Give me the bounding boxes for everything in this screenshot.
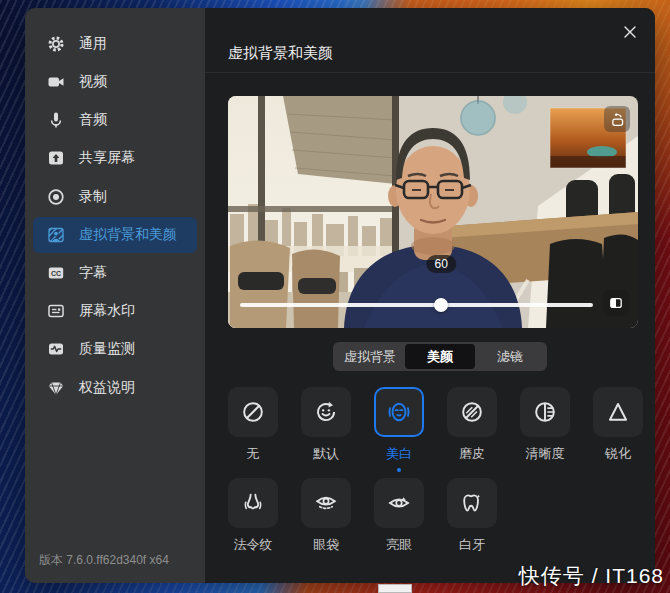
beauty-option-smooth-skin[interactable]: 磨皮: [447, 387, 497, 472]
sidebar-item-label: 音频: [79, 111, 107, 129]
background-window-peek: [378, 584, 412, 593]
smooth-skin-icon: [459, 399, 485, 425]
default-reset-icon: [313, 399, 339, 425]
sidebar-item-label: 虚拟背景和美颜: [79, 226, 177, 244]
beauty-options-row-1: 无 默认: [228, 387, 643, 472]
white-teeth-icon: [459, 490, 485, 516]
beauty-option-eye-bags[interactable]: 眼袋: [301, 478, 351, 554]
svg-text:CC: CC: [51, 270, 61, 277]
beauty-option-clarity[interactable]: 清晰度: [520, 387, 570, 472]
sidebar-item-label: 共享屏幕: [79, 149, 135, 167]
beauty-option-nasolabial-folds[interactable]: 法令纹: [228, 478, 278, 554]
bright-eyes-icon: [386, 490, 412, 516]
slider-handle[interactable]: [434, 298, 448, 312]
compare-before-after-button[interactable]: [603, 290, 629, 316]
eye-bags-icon: [313, 490, 339, 516]
close-icon: [622, 24, 638, 40]
whitening-mask-icon: [386, 399, 412, 425]
sidebar-item-video[interactable]: 视频: [33, 64, 197, 100]
selected-indicator-dot: [397, 468, 401, 472]
nasolabial-folds-icon: [240, 490, 266, 516]
sidebar-item-label: 录制: [79, 188, 107, 206]
slider-value-badge: 60: [427, 255, 456, 273]
beauty-intensity-slider[interactable]: 60: [240, 303, 593, 307]
mirror-preview-button[interactable]: [604, 106, 630, 132]
captions-icon: CC: [46, 263, 66, 283]
sidebar-item-label: 通用: [79, 35, 107, 53]
virtual-background-icon: [46, 225, 66, 245]
flip-preview-icon: [609, 111, 626, 128]
sidebar-item-screen-watermark[interactable]: 屏幕水印: [33, 293, 197, 329]
watermark-icon: [46, 301, 66, 321]
sidebar-item-benefits[interactable]: 权益说明: [33, 370, 197, 406]
webcam-video-frame: [228, 96, 638, 328]
virtual-background-panel: 虚拟背景和美颜: [205, 8, 655, 583]
video-camera-icon: [46, 72, 66, 92]
close-button[interactable]: [619, 21, 641, 43]
watermark-text: 快传号 / IT168: [519, 562, 664, 590]
share-screen-icon: [46, 148, 66, 168]
sidebar-item-label: 屏幕水印: [79, 302, 135, 320]
beauty-option-bright-eyes[interactable]: 亮眼: [374, 478, 424, 554]
sidebar-item-recording[interactable]: 录制: [33, 179, 197, 215]
sidebar-item-share-screen[interactable]: 共享屏幕: [33, 140, 197, 176]
settings-dialog: 通用 视频 音频 共享屏幕: [25, 8, 655, 583]
sidebar-item-virtual-background[interactable]: 虚拟背景和美颜: [33, 217, 197, 253]
effects-tabbar: 虚拟背景 美颜 滤镜: [333, 342, 547, 371]
beauty-option-sharpen[interactable]: 锐化: [593, 387, 643, 472]
page-title: 虚拟背景和美颜: [228, 44, 333, 63]
none-icon: [240, 399, 266, 425]
tab-virtual-background[interactable]: 虚拟背景: [335, 344, 405, 369]
record-icon: [46, 187, 66, 207]
sidebar-item-label: 字幕: [79, 264, 107, 282]
sharpen-icon: [605, 399, 631, 425]
microphone-icon: [46, 110, 66, 130]
camera-preview: 60: [228, 96, 638, 328]
tab-beauty[interactable]: 美颜: [405, 344, 475, 369]
sidebar-item-captions[interactable]: CC 字幕: [33, 255, 197, 291]
header-divider: [205, 72, 655, 73]
beauty-option-white-teeth[interactable]: 白牙: [447, 478, 497, 554]
sidebar-item-general[interactable]: 通用: [33, 26, 197, 62]
beauty-option-none[interactable]: 无: [228, 387, 278, 472]
clarity-icon: [532, 399, 558, 425]
gear-icon: [46, 34, 66, 54]
beauty-option-whitening[interactable]: 美白: [374, 387, 424, 472]
beauty-options-row-2: 法令纹 眼袋: [228, 478, 497, 554]
tab-filter[interactable]: 滤镜: [475, 344, 545, 369]
beauty-option-default[interactable]: 默认: [301, 387, 351, 472]
quality-monitor-icon: [46, 339, 66, 359]
sidebar-item-audio[interactable]: 音频: [33, 102, 197, 138]
benefits-icon: [46, 378, 66, 398]
sidebar-item-quality-monitor[interactable]: 质量监测: [33, 331, 197, 367]
settings-sidebar: 通用 视频 音频 共享屏幕: [25, 8, 205, 583]
sidebar-item-label: 视频: [79, 73, 107, 91]
compare-before-after-icon: [608, 295, 624, 311]
sidebar-item-label: 质量监测: [79, 340, 135, 358]
app-version: 版本 7.6.0.ff62d340f x64: [39, 552, 169, 569]
sidebar-item-label: 权益说明: [79, 379, 135, 397]
